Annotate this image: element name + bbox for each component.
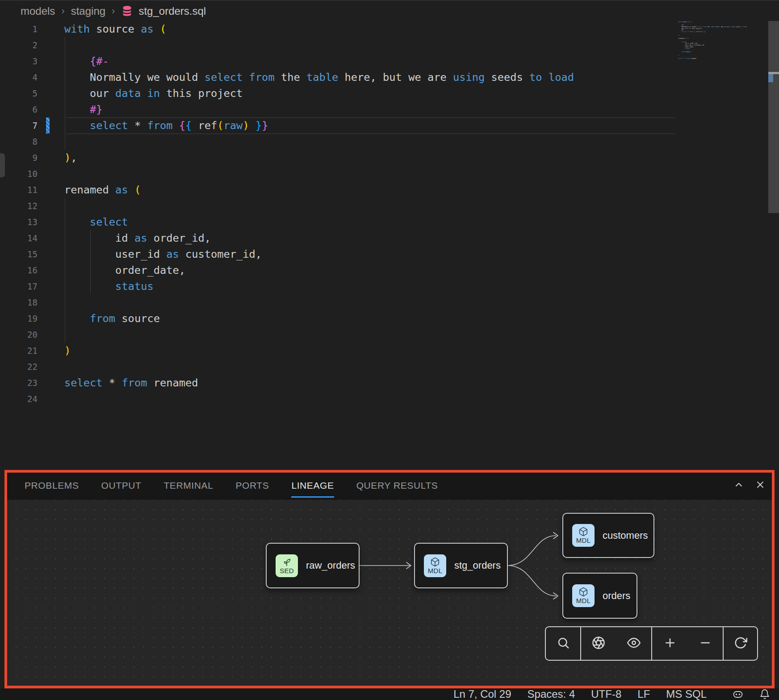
- minimap-line: [678, 59, 762, 61]
- panel-tab-output[interactable]: OUTPUT: [101, 473, 142, 498]
- code-line[interactable]: from source: [64, 310, 574, 327]
- vscode-window: models›staging›stg_orders.sql 1234567891…: [0, 0, 779, 700]
- code-line[interactable]: renamed as (: [64, 182, 574, 198]
- line-number: 8: [0, 134, 38, 150]
- code-line[interactable]: [64, 37, 574, 53]
- line-number: 13: [0, 214, 38, 230]
- node-badge-label: SED: [280, 567, 294, 574]
- code-line[interactable]: [64, 166, 574, 182]
- lineage-canvas[interactable]: SEDraw_ordersMDLstg_ordersMDLcustomersMD…: [7, 500, 772, 686]
- line-number: 5: [0, 85, 38, 101]
- code-line[interactable]: ),: [64, 150, 574, 166]
- status-item[interactable]: Spaces: 4: [528, 688, 575, 700]
- node-label: raw_orders: [306, 560, 355, 571]
- line-number: 2: [0, 37, 38, 53]
- code-line[interactable]: user_id as customer_id,: [64, 246, 574, 262]
- code-content[interactable]: with source as ( {#- Normally we would s…: [64, 21, 574, 407]
- code-line[interactable]: select * from {{ ref(raw) }}: [64, 117, 574, 134]
- search-button[interactable]: [546, 636, 580, 651]
- cube-icon: [578, 527, 588, 537]
- breadcrumb-file-label: stg_orders.sql: [138, 5, 206, 17]
- lineage-node-customers[interactable]: MDLcustomers: [562, 513, 654, 558]
- modified-line-gutter-marker: [46, 117, 50, 134]
- node-type-badge: SED: [276, 554, 298, 577]
- zoom-out-button[interactable]: [687, 636, 723, 651]
- code-line[interactable]: [64, 198, 574, 214]
- line-number: 15: [0, 246, 38, 262]
- code-line[interactable]: ): [64, 343, 574, 359]
- code-editor[interactable]: 123456789101112131415161718192021222324 …: [0, 21, 779, 470]
- database-icon: [121, 5, 133, 17]
- status-item[interactable]: Ln 7, Col 29: [453, 688, 511, 700]
- line-number: 11: [0, 182, 38, 198]
- copilot-icon[interactable]: [733, 689, 743, 700]
- lineage-node-raw_orders[interactable]: SEDraw_orders: [266, 543, 360, 588]
- line-number: 10: [0, 166, 38, 182]
- line-number: 3: [0, 53, 38, 69]
- code-line[interactable]: status: [64, 278, 574, 294]
- sprout-icon: [282, 557, 292, 567]
- aperture-button[interactable]: [581, 636, 616, 651]
- refresh-button[interactable]: [724, 636, 757, 651]
- code-line[interactable]: [64, 327, 574, 343]
- close-icon[interactable]: [755, 479, 766, 492]
- status-bar: Ln 7, Col 29Spaces: 4UTF-8LFMS SQL: [0, 688, 779, 700]
- node-label: stg_orders: [454, 560, 501, 571]
- code-line[interactable]: select * from renamed: [64, 375, 574, 391]
- line-number: 18: [0, 294, 38, 310]
- breadcrumb-file[interactable]: stg_orders.sql: [121, 5, 206, 17]
- vertical-scrollbar[interactable]: [768, 21, 779, 213]
- panel-tab-lineage[interactable]: LINEAGE: [291, 473, 334, 498]
- code-line[interactable]: [64, 294, 574, 310]
- panel-tab-query-results[interactable]: QUERY RESULTS: [356, 473, 438, 498]
- refresh-icon: [734, 636, 747, 651]
- line-number: 9: [0, 150, 38, 166]
- node-label: orders: [603, 590, 630, 602]
- line-number: 24: [0, 391, 38, 407]
- toolbar-section: [652, 627, 724, 660]
- zoom-out-icon: [699, 636, 712, 651]
- breadcrumb-item[interactable]: staging: [71, 5, 105, 17]
- eye-button[interactable]: [616, 636, 652, 651]
- chevron-up-icon[interactable]: [733, 479, 744, 492]
- lineage-node-orders[interactable]: MDLorders: [562, 573, 637, 619]
- lineage-edge: [508, 566, 556, 596]
- node-type-badge: MDL: [572, 584, 595, 607]
- code-line[interactable]: [64, 134, 574, 150]
- node-badge-label: MDL: [428, 567, 443, 574]
- code-line[interactable]: [64, 391, 574, 407]
- chevron-right-icon: ›: [112, 5, 115, 17]
- status-item[interactable]: MS SQL: [666, 688, 707, 700]
- status-item[interactable]: LF: [637, 688, 650, 700]
- code-line[interactable]: #}: [64, 101, 574, 117]
- panel-tab-ports[interactable]: PORTS: [235, 473, 269, 498]
- code-line[interactable]: order_date,: [64, 262, 574, 278]
- line-number: 14: [0, 230, 38, 246]
- lineage-node-stg_orders[interactable]: MDLstg_orders: [414, 543, 508, 588]
- panel-header-actions: [733, 479, 766, 492]
- line-number: 20: [0, 327, 38, 343]
- code-line[interactable]: id as order_id,: [64, 230, 574, 246]
- eye-icon: [627, 636, 641, 651]
- code-line[interactable]: our data in this project: [64, 85, 574, 101]
- minimap[interactable]: with source as ( {#- Normally we would s…: [678, 21, 762, 61]
- search-icon: [557, 636, 570, 651]
- left-edge-handle[interactable]: [0, 153, 5, 177]
- code-line[interactable]: with source as (: [64, 21, 574, 37]
- breadcrumb-item[interactable]: models: [21, 5, 55, 17]
- code-line[interactable]: {#-: [64, 53, 574, 69]
- code-line[interactable]: select: [64, 214, 574, 230]
- status-item[interactable]: UTF-8: [591, 688, 621, 700]
- panel-tab-bar: PROBLEMSOUTPUTTERMINALPORTSLINEAGEQUERY …: [7, 473, 772, 500]
- lineage-toolbar: [545, 626, 758, 661]
- code-line[interactable]: [64, 359, 574, 375]
- chevron-right-icon: ›: [61, 5, 64, 17]
- zoom-in-button[interactable]: [652, 636, 687, 651]
- node-badge-label: MDL: [576, 597, 591, 604]
- code-line[interactable]: Normally we would select from the table …: [64, 69, 574, 85]
- panel-tab-problems[interactable]: PROBLEMS: [25, 473, 79, 498]
- panel-tab-terminal[interactable]: TERMINAL: [163, 473, 213, 498]
- bottom-panel: PROBLEMSOUTPUTTERMINALPORTSLINEAGEQUERY …: [4, 470, 775, 688]
- line-number: 1: [0, 21, 38, 37]
- bell-icon[interactable]: [759, 689, 770, 700]
